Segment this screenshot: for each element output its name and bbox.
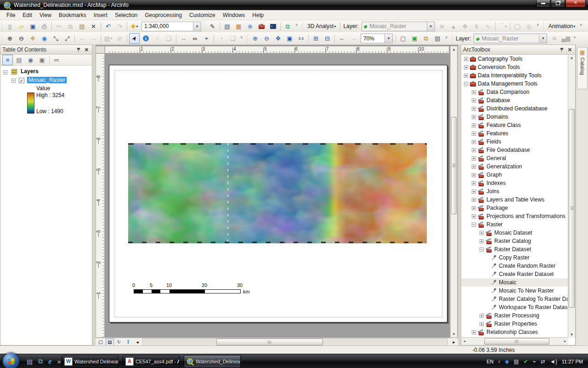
toolbar-grip[interactable]	[1, 22, 3, 31]
expander-icon[interactable]: +	[472, 132, 476, 136]
clock[interactable]: 11:27 PM	[562, 359, 583, 364]
scrollbar-thumb[interactable]	[569, 109, 575, 308]
expander-icon[interactable]: +	[472, 190, 476, 194]
tree-item-data-comparison[interactable]: +Data Comparison	[461, 88, 568, 96]
menu-windows[interactable]: Windows	[219, 11, 249, 19]
taskbar-button-pdf[interactable]: ACE547_ass4.pdf - Ad...	[123, 355, 180, 368]
expander-icon[interactable]: +	[472, 107, 476, 111]
change-layout-icon[interactable]: ⧉	[421, 33, 431, 44]
tree-item-data-management-tools[interactable]: −Data Management Tools	[461, 80, 568, 88]
tree-item-raster-properties[interactable]: +Raster Properties	[461, 320, 568, 328]
tree-item-mosaic[interactable]: Mosaic	[461, 278, 568, 287]
restore-button[interactable]	[551, 0, 565, 7]
paste-icon[interactable]: ▤	[77, 21, 87, 32]
quick-launch-overflow-icon[interactable]: »	[57, 358, 61, 365]
expander-icon[interactable]: +	[480, 239, 484, 243]
toolbar-grip[interactable]	[543, 22, 545, 31]
toc-options-icon[interactable]: ≔	[51, 55, 62, 65]
expander-icon[interactable]: −	[3, 70, 7, 75]
arctoolbox-window-icon[interactable]	[256, 21, 267, 32]
scroll-down-icon[interactable]: ▼	[568, 333, 575, 337]
map-page[interactable]: 05102030km	[109, 65, 447, 322]
scroll-down-icon[interactable]: ▼	[451, 332, 457, 336]
fixed-zoom-out-page-icon[interactable]: ⊟	[322, 33, 333, 44]
analyst-layer-combo[interactable]: Mosaic_Raster	[362, 22, 435, 31]
taskbar-button-word[interactable]: WWatershed Delineati...	[62, 355, 119, 368]
time-slider-icon[interactable]: ◔	[216, 33, 226, 44]
menu-geoprocessing[interactable]: Geoprocessing	[141, 11, 186, 19]
internet-explorer-icon[interactable]: e	[48, 357, 52, 366]
pin-icon[interactable]	[560, 47, 564, 52]
dropbox-icon[interactable]: ◆	[505, 358, 509, 365]
fixed-zoom-in-icon[interactable]: ⤡	[51, 33, 61, 44]
pause-drawing-icon[interactable]: ‖	[124, 339, 132, 346]
list-by-source-icon[interactable]: ▤	[14, 55, 24, 65]
expander-icon[interactable]: +	[472, 140, 476, 144]
tree-item-copy-raster[interactable]: Copy Raster	[461, 253, 568, 262]
tree-item-projections-and-transformations[interactable]: +Projections and Transformations	[461, 212, 568, 220]
taskbar-button-arcmap[interactable]: Watershed_Delineati...	[184, 355, 241, 368]
forward-page-extent-icon[interactable]: →	[348, 33, 359, 44]
scroll-up-icon[interactable]: ▲	[451, 47, 457, 52]
tree-item-data-interoperability-tools[interactable]: +Data Interoperability Tools	[461, 71, 568, 80]
expander-icon[interactable]: +	[472, 115, 476, 119]
selected-layer-name[interactable]: Mosaic_Raster	[27, 77, 67, 83]
animation-menu[interactable]: Animation▾	[547, 22, 577, 30]
tree-item-general[interactable]: +General	[461, 154, 568, 162]
zoom-out-page-icon[interactable]: ⊖	[261, 33, 272, 44]
mosaic-raster-dem[interactable]	[128, 143, 427, 243]
print-icon[interactable]: ⎙	[39, 21, 50, 32]
tree-item-package[interactable]: +Package	[461, 204, 568, 212]
modelbuilder-icon[interactable]: ⧉	[283, 21, 293, 32]
tree-item-relationship-classes[interactable]: +Relationship Classes	[461, 328, 568, 336]
expander-icon[interactable]: +	[472, 156, 476, 161]
layers-group-label[interactable]: Layers	[21, 68, 39, 75]
vertical-scrollbar[interactable]: ▲ ▼	[568, 55, 575, 338]
interpolate-line-icon[interactable]: ≋	[437, 21, 447, 32]
toolbar-overflow-icon[interactable]	[239, 34, 244, 43]
menu-insert[interactable]: Insert	[90, 11, 111, 19]
map-scale-combo[interactable]: 1:340,000	[141, 22, 201, 31]
add-data-icon[interactable]: ✚▾	[129, 21, 140, 32]
back-page-extent-icon[interactable]: ←	[337, 33, 347, 44]
panel-splitter[interactable]	[92, 45, 96, 345]
select-elements-icon[interactable]: ➤	[129, 33, 140, 44]
switch-windows-icon[interactable]: ⧉	[38, 357, 43, 365]
expander-icon[interactable]: +	[472, 198, 476, 202]
expander-icon[interactable]: −	[480, 247, 484, 252]
start-button[interactable]	[3, 353, 19, 368]
focus-data-frame-icon[interactable]: ▣	[409, 33, 420, 44]
layout-canvas[interactable]: 05102030km	[105, 53, 449, 338]
fixed-zoom-in-page-icon[interactable]: ⊞	[311, 33, 321, 44]
data-view-button[interactable]: ▢	[96, 339, 105, 346]
interactive-stretch-icon[interactable]: ≋	[549, 33, 560, 44]
tree-item-indexes[interactable]: +Indexes	[461, 179, 568, 187]
network-icon[interactable]: ⇄	[541, 358, 545, 365]
scroll-left-icon[interactable]: ◂	[462, 339, 467, 343]
menu-view[interactable]: View	[36, 11, 55, 19]
expander-icon[interactable]: +	[472, 330, 476, 334]
tree-item-conversion-tools[interactable]: +Conversion Tools	[461, 63, 568, 71]
toolbar-overflow-icon[interactable]	[444, 34, 449, 43]
toolbar-overflow-icon[interactable]	[572, 34, 577, 43]
expander-icon[interactable]: +	[472, 181, 476, 185]
menu-customize[interactable]: Customize	[186, 11, 219, 19]
horizontal-scrollbar[interactable]	[142, 338, 448, 346]
tree-item-raster-dataset[interactable]: −Raster Dataset	[461, 245, 568, 253]
python-window-icon[interactable]: ›	[268, 21, 278, 32]
create-tin-icon[interactable]: ▲	[448, 21, 459, 32]
catalog-window-icon[interactable]: ▦	[233, 21, 244, 32]
toolbar-grip[interactable]	[301, 22, 304, 31]
measure-icon[interactable]: ↔	[178, 33, 189, 44]
expander-icon[interactable]: +	[472, 123, 476, 127]
list-by-selection-icon[interactable]: ▣	[37, 55, 47, 65]
menu-bookmarks[interactable]: Bookmarks	[55, 11, 90, 19]
redo-icon[interactable]: ↷	[114, 21, 125, 32]
toolbar-grip[interactable]	[1, 34, 3, 43]
toolbar-grip[interactable]	[451, 34, 453, 43]
close-button[interactable]: ✕	[565, 0, 586, 7]
tree-item-raster-catalog-to-raster-dataset[interactable]: Raster Catalog To Raster Dataset	[461, 295, 568, 303]
tree-item-fields[interactable]: +Fields	[461, 138, 568, 146]
tree-item-joins[interactable]: +Joins	[461, 187, 568, 196]
volume-icon[interactable]: ◄)	[550, 358, 557, 365]
